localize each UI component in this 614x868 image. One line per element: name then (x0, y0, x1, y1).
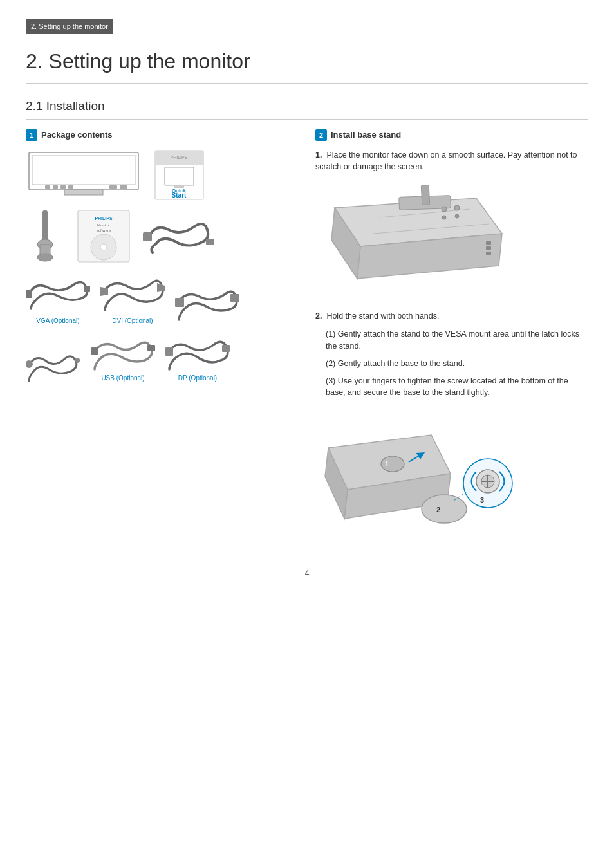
svg-text:1: 1 (385, 460, 389, 468)
svg-rect-44 (421, 185, 430, 205)
monitor-facedown-illus (315, 182, 588, 299)
audio-item (26, 347, 80, 383)
vga-item: DVI (Optional) (100, 272, 165, 326)
hdmi-label: VGA (Optional) (36, 316, 79, 326)
right-column: 2 Install base stand 1. Place the monito… (315, 129, 588, 542)
svg-rect-27 (206, 239, 214, 245)
svg-text:software: software (97, 228, 111, 232)
install-section-label: Install base stand (331, 129, 401, 142)
install-badge: 2 (315, 129, 327, 141)
dp-item: DP (Optional) (165, 332, 230, 383)
svg-rect-16 (42, 210, 48, 243)
pkg-header: 1 Package contents (26, 129, 296, 142)
svg-rect-8 (120, 185, 127, 189)
dp-label: DP (Optional) (178, 373, 217, 383)
hdmi-item: VGA (Optional) (26, 272, 90, 326)
vga-label: DVI (Optional) (112, 316, 153, 326)
svg-text:PHILIPS: PHILIPS (95, 216, 113, 221)
svg-rect-46 (486, 246, 491, 250)
install-header: 2 Install base stand (315, 129, 588, 142)
quickstart-item: PHILIPS Quick Start (152, 149, 207, 201)
page-title: 2. Setting up the monitor (26, 46, 588, 84)
svg-rect-5 (60, 185, 66, 189)
svg-point-50 (442, 207, 447, 212)
svg-rect-45 (486, 241, 491, 245)
svg-text:Monitor: Monitor (97, 223, 110, 227)
sub-instruction-1: (1) Gently attach the stand to the VESA … (326, 328, 588, 353)
svg-rect-7 (109, 185, 117, 189)
stand-item (26, 207, 64, 265)
left-column: 1 Package contents (26, 129, 296, 542)
svg-point-59 (422, 495, 467, 523)
pkg-section-label: Package contents (41, 129, 113, 142)
sub-instruction-3: (3) Use your fingers to tighten the scre… (326, 375, 588, 400)
svg-rect-4 (53, 185, 58, 189)
usb-label: USB (Optional) (101, 373, 144, 383)
svg-marker-30 (100, 287, 108, 296)
svg-rect-3 (45, 185, 50, 189)
svg-rect-29 (84, 286, 90, 292)
sub-instruction-2: (2) Gently attach the base to the stand. (326, 358, 588, 370)
svg-point-51 (454, 205, 460, 210)
monitor-box-item (26, 149, 142, 201)
svg-point-52 (442, 216, 446, 219)
svg-rect-28 (26, 290, 32, 298)
svg-rect-33 (230, 294, 239, 302)
svg-rect-36 (91, 347, 98, 355)
svg-rect-32 (175, 298, 184, 307)
svg-text:PHILIPS: PHILIPS (171, 155, 188, 160)
svg-point-53 (455, 214, 459, 218)
svg-rect-2 (64, 190, 103, 195)
usb-item: USB (Optional) (91, 332, 155, 383)
svg-text:Start: Start (172, 192, 187, 199)
package-grid: PHILIPS Quick Start (26, 149, 296, 383)
svg-rect-47 (486, 252, 491, 255)
instruction-2: 2. Hold the stand with both hands. (315, 310, 588, 322)
svg-rect-1 (32, 156, 135, 185)
svg-point-35 (75, 358, 80, 363)
page-number: 4 (26, 568, 588, 579)
svg-rect-37 (147, 345, 155, 351)
svg-rect-0 (29, 152, 138, 190)
instruction-1: 1. Place the monitor face down on a smoo… (315, 149, 588, 174)
svg-rect-38 (165, 347, 173, 356)
dvi-item (175, 281, 239, 326)
stand-assembly-illus: 1 2 3 (315, 409, 588, 542)
svg-point-19 (37, 254, 53, 261)
svg-rect-39 (222, 345, 230, 352)
pkg-badge: 1 (26, 129, 37, 141)
pkg-row-2: PHILIPS Monitor software (26, 207, 296, 265)
svg-text:3: 3 (480, 496, 484, 504)
svg-rect-26 (143, 232, 152, 241)
pkg-row-4: USB (Optional) DP (Optional) (26, 332, 296, 383)
pkg-row-1: PHILIPS Quick Start (26, 149, 296, 201)
svg-marker-31 (157, 283, 165, 292)
svg-text:2: 2 (436, 506, 440, 513)
breadcrumb: 2. Setting up the monitor (26, 19, 113, 34)
svg-point-25 (100, 244, 107, 250)
section-title: 2.1 Installation (26, 97, 588, 120)
cable-item (143, 217, 214, 255)
cd-item: PHILIPS Monitor software (75, 207, 133, 265)
pkg-row-3: VGA (Optional) DVI (Optional) (26, 272, 296, 326)
svg-rect-6 (68, 185, 73, 189)
